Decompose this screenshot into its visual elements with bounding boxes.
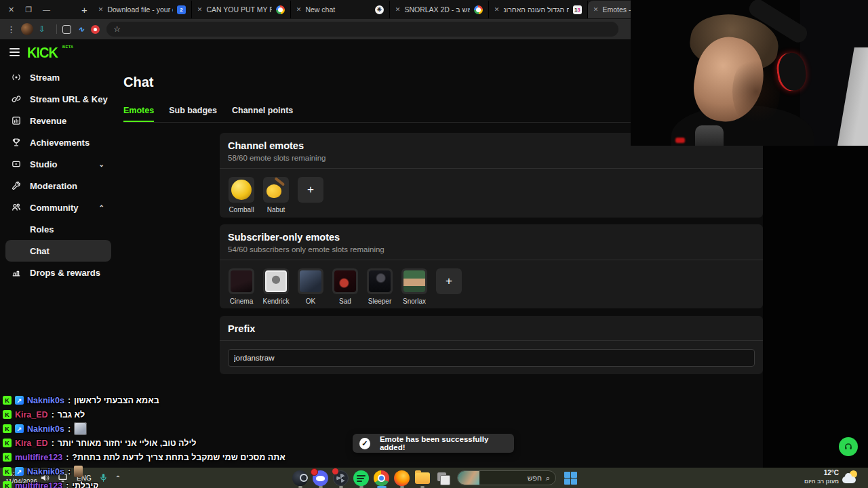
tab-close-icon[interactable]: ✕ [296,6,302,13]
sidebar-item-community[interactable]: Community ⌃ [0,197,115,218]
tab-channel-points[interactable]: Channel points [232,106,293,122]
chat-separator: : [68,424,71,434]
spotify-icon[interactable] [353,470,370,487]
chat-separator: : [66,453,68,462]
tab-close-icon[interactable]: ✕ [197,6,203,13]
chatgpt-favicon: ✳ [375,5,384,14]
toolbar-divider [56,24,57,34]
red-extension-icon[interactable] [91,25,100,34]
emote-image-sleeper[interactable] [367,268,393,294]
chat-text: קיבלתי [72,481,98,488]
cloud-moon-icon [842,470,859,484]
google-favicon [474,5,483,14]
chevron-down-icon[interactable]: ⌄ [99,161,104,168]
weather-temp: 12°C [804,469,839,477]
sidebar-item-chat[interactable]: Chat [5,240,111,262]
chat-message: K ↗ Naknik0s : [3,464,315,479]
address-bar[interactable]: ☆ [106,22,618,37]
weather-widget[interactable]: 12°C מעונן רב היום [804,469,859,485]
sidebar-item-roles[interactable]: Roles [0,218,115,240]
emote-image-ok[interactable] [298,268,323,294]
tab-close-icon[interactable]: ✕ [98,6,104,13]
sidebar-item-stream-url-key[interactable]: Stream URL & Key [0,88,115,110]
profile-avatar[interactable] [21,23,33,35]
download-manager-icon[interactable]: ⇩ [39,24,45,34]
sidebar-item-drops-rewards[interactable]: Drops & rewards [0,262,115,283]
kick-badge-icon: K [3,453,12,462]
emote-item: Snorlax [401,268,428,305]
emote-image-kendrick[interactable] [263,268,289,294]
chevron-up-icon[interactable]: ⌃ [99,204,104,211]
kick-badge-icon: K [3,467,12,476]
browser-tab[interactable]: ✕ CAN YOU PUT MY FACE I [192,1,291,18]
tab-close-icon[interactable]: ✕ [593,6,599,13]
sidebar-item-revenue[interactable]: Revenue [0,110,115,131]
prefix-input[interactable] [228,349,755,367]
card-title: Prefix [228,323,755,334]
window-minimize-button[interactable]: — [43,5,50,14]
browser-menu-icon[interactable]: ⋮ [7,24,16,35]
card-subtitle: 54/60 subscribers only emote slots remai… [228,245,755,253]
sidebar-item-stream[interactable]: Stream [0,66,115,88]
kick-logo[interactable]: KICK [27,44,58,61]
firefox-icon[interactable] [393,470,410,487]
file-explorer-icon[interactable] [414,470,431,487]
chrome-icon[interactable] [373,470,390,487]
chat-username[interactable]: Naknik0s [27,424,64,434]
sidebar-item-label: Studio [30,159,57,169]
sidebar-item-label: Stream [30,73,60,83]
new-tab-button[interactable]: + [81,4,87,16]
chat-text: לא גבר [58,410,85,420]
hamburger-menu-icon[interactable] [9,48,20,56]
sidebar-item-label: Drops & rewards [30,268,100,278]
add-emote-button[interactable]: + [298,177,323,203]
chat-username[interactable]: Kira_ED [15,410,48,420]
chat-separator: : [52,439,54,448]
channel13-favicon: 13 [573,5,582,14]
blue-extension-icon[interactable]: ∿ [78,25,84,34]
tab-title: Download file - your con [107,5,172,14]
subscriber-emotes-card: Subscriber-only emotes 54/60 subscribers… [220,224,763,308]
chat-text: לילה טוב, אוליי אני יחזור מאוחר יותר [58,439,197,448]
browser-tab[interactable]: ✕ SNORLAX 2D - חיפוש ב-G [390,1,489,18]
mod-badge-icon: ↗ [15,396,24,405]
emote-item: OK [297,268,324,305]
sidebar-item-achievements[interactable]: Achievements [0,131,115,153]
sidebar-item-moderation[interactable]: Moderation [0,175,115,197]
broadcast-icon [11,72,22,83]
browser-tab[interactable]: ✕ האח הגדול העונה האחרונ 13 [489,1,588,18]
chat-username[interactable]: multifire123 [15,481,62,488]
sidebar-item-studio[interactable]: Studio ⌄ [0,153,115,175]
chat-username[interactable]: Kira_ED [15,439,48,448]
window-restore-button[interactable]: ❐ [25,5,32,14]
tab-emotes[interactable]: Emotes [123,106,154,122]
sidebar-item-label: Roles [30,224,54,235]
emote-image-cornball[interactable] [229,177,254,203]
search-highlight-image [458,470,479,485]
emote-image-snorlax[interactable] [401,268,427,294]
sidebar-item-label: Revenue [30,116,66,126]
chat-message: K ↗ Naknik0s : באמא הצבעתי לראשון [3,393,315,407]
chat-username[interactable]: Naknik0s [27,396,64,405]
chat-username[interactable]: Naknik0s [27,467,64,476]
emote-image-sad[interactable] [332,268,358,294]
browser-tab[interactable]: ✕ Download file - your con 2 [93,1,192,18]
taskbar-search[interactable]: חפש ⌕ [457,470,556,485]
window-switcher-icon[interactable] [434,470,451,487]
obs-icon[interactable] [332,470,349,487]
extension-icon[interactable] [62,25,71,34]
emote-image-nabut[interactable] [263,177,289,203]
emote-image-cinema[interactable] [229,268,254,294]
browser-tab[interactable]: ✕ New chat ✳ [291,1,390,18]
bookmark-star-icon[interactable]: ☆ [113,24,121,34]
window-close-button[interactable]: ✕ [8,5,14,14]
chat-username[interactable]: multifire123 [15,453,62,462]
tab-sub-badges[interactable]: Sub badges [169,106,217,122]
support-chat-button[interactable] [839,437,858,456]
tab-close-icon[interactable]: ✕ [494,6,500,13]
search-icon: ⌕ [545,474,555,483]
kick-badge-icon: K [3,410,12,419]
windows-start-button[interactable] [562,470,579,487]
add-subscriber-emote-button[interactable]: + [436,268,462,294]
tab-close-icon[interactable]: ✕ [395,6,401,13]
